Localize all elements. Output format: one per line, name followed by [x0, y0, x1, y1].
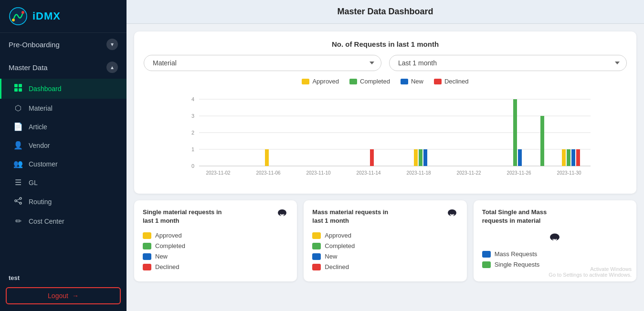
cost-center-icon: ✏: [13, 217, 23, 226]
svg-rect-6: [19, 88, 22, 92]
svg-text:3: 3: [191, 113, 194, 119]
bar-approved: [414, 149, 418, 166]
svg-rect-5: [14, 88, 18, 92]
content-area: No. of Requests in last 1 month Material…: [127, 24, 644, 311]
sidebar-item-customer[interactable]: 👥 Customer: [0, 155, 127, 173]
legend-new-label: New: [411, 78, 423, 85]
main-content: Master Data Dashboard No. of Requests in…: [127, 0, 644, 311]
legend-declined: Declined: [143, 263, 288, 270]
sidebar-item-routing[interactable]: Routing: [0, 192, 127, 212]
chevron-down-icon: ▾: [106, 39, 118, 50]
bar-new: [571, 149, 575, 166]
svg-text:4: 4: [191, 96, 194, 102]
legend-label: Declined: [155, 263, 179, 270]
stat-card-mass-material: Mass material requests in last 1 month A…: [304, 200, 466, 281]
vendor-icon: 👤: [13, 141, 23, 150]
svg-line-10: [17, 199, 20, 200]
download-cloud-icon[interactable]: [548, 232, 561, 246]
sidebar-item-material[interactable]: ⬡ Material: [0, 99, 127, 117]
legend-completed: Completed: [349, 78, 390, 85]
color-dot: [143, 232, 151, 239]
legend-completed: Completed: [143, 242, 288, 249]
sidebar-section-master-data[interactable]: Master Data ▴: [0, 56, 127, 79]
logout-button[interactable]: Logout →: [6, 287, 121, 304]
legend-new: New: [401, 78, 423, 85]
bar-approved: [562, 149, 566, 166]
legend-label: Declined: [325, 263, 349, 270]
svg-point-9: [20, 202, 21, 204]
color-dot: [312, 253, 321, 260]
svg-text:1: 1: [191, 146, 194, 152]
color-dot: [482, 261, 491, 268]
bar-completed: [540, 116, 544, 166]
sidebar-item-gl[interactable]: ☰ GL: [0, 173, 127, 192]
sidebar-item-label: Routing: [29, 198, 52, 206]
legend-approved: Approved: [143, 232, 288, 239]
period-dropdown[interactable]: Last 1 month Last 3 months Last 6 months…: [389, 55, 627, 71]
stat-card-title: Total Single and Mass requests in materi…: [482, 208, 568, 225]
bar-declined: [576, 149, 580, 166]
routing-icon: [13, 197, 23, 207]
svg-text:2023-11-22: 2023-11-22: [456, 170, 481, 176]
svg-text:0: 0: [191, 163, 194, 169]
svg-text:2023-11-26: 2023-11-26: [507, 170, 531, 176]
bar-completed: [567, 149, 570, 166]
watermark-line2: Go to Settings to activate Windows.: [549, 272, 632, 278]
svg-text:2023-11-18: 2023-11-18: [406, 170, 431, 176]
legend-label: New: [325, 253, 337, 260]
sidebar-item-label: GL: [29, 179, 38, 187]
legend-single-requests: Single Requests: [482, 261, 628, 268]
sidebar-item-article[interactable]: 📄 Article: [0, 117, 127, 136]
chart-svg: 0 1 2 3 4 2023-11-02 2023-11-06 2023-11-…: [144, 90, 627, 185]
sidebar-section-pre-onboarding[interactable]: Pre-Onboarding ▾: [0, 33, 127, 56]
bar-new: [518, 149, 522, 166]
chart-card: No. of Requests in last 1 month Material…: [134, 31, 636, 194]
legend-label: Completed: [155, 242, 185, 249]
material-icon: ⬡: [13, 104, 23, 113]
idmx-logo-icon: [9, 7, 28, 26]
logout-label: Logout: [48, 292, 68, 300]
sidebar-item-label: Dashboard: [29, 85, 62, 93]
stat-card-header: Total Single and Mass requests in materi…: [482, 208, 628, 225]
type-dropdown[interactable]: Material Article Vendor Customer: [144, 55, 381, 71]
stat-card-header: Single material requests in last 1 month: [143, 208, 288, 225]
svg-point-8: [20, 197, 21, 199]
svg-text:2023-11-10: 2023-11-10: [306, 170, 331, 176]
legend-declined-label: Declined: [444, 78, 469, 85]
approved-color-dot: [302, 79, 309, 84]
svg-point-2: [21, 11, 24, 14]
bar-declined: [370, 149, 374, 166]
stat-card-total-requests: Total Single and Mass requests in materi…: [474, 200, 636, 281]
svg-rect-3: [14, 84, 18, 87]
sidebar-item-dashboard[interactable]: Dashboard: [0, 79, 127, 99]
download-cloud-icon[interactable]: [276, 208, 288, 221]
bar-completed: [513, 99, 517, 166]
color-dot: [312, 243, 321, 249]
dashboard-icon: [13, 83, 23, 94]
color-dot: [143, 243, 151, 249]
sidebar-section-label: Master Data: [9, 63, 48, 72]
chart-legend: Approved Completed New Declined: [144, 78, 627, 85]
legend-new: New: [143, 253, 288, 260]
color-dot: [143, 264, 151, 270]
legend-mass-requests: Mass Requests: [482, 250, 628, 258]
legend-label: Approved: [155, 232, 182, 239]
color-dot: [312, 264, 321, 270]
sidebar-item-label: Cost Center: [29, 218, 64, 225]
sidebar-item-vendor[interactable]: 👤 Vendor: [0, 136, 127, 155]
page-title: Master Data Dashboard: [337, 7, 433, 16]
stat-card-header: Mass material requests in last 1 month: [312, 208, 458, 225]
download-cloud-icon[interactable]: [446, 208, 458, 221]
svg-point-1: [12, 19, 15, 21]
legend-declined: Declined: [434, 78, 469, 85]
sidebar-item-cost-center[interactable]: ✏ Cost Center: [0, 212, 127, 230]
stat-card-title: Mass material requests in last 1 month: [312, 208, 398, 225]
svg-text:2023-11-30: 2023-11-30: [557, 170, 581, 176]
sidebar-logo: iDMX: [0, 0, 127, 33]
chart-controls: Material Article Vendor Customer Last 1 …: [144, 55, 627, 71]
bar-chart: 0 1 2 3 4 2023-11-02 2023-11-06 2023-11-…: [144, 90, 627, 187]
color-dot: [482, 251, 491, 258]
sidebar-section-label: Pre-Onboarding: [9, 41, 60, 49]
svg-line-11: [17, 201, 20, 203]
legend-completed-label: Completed: [360, 78, 390, 85]
